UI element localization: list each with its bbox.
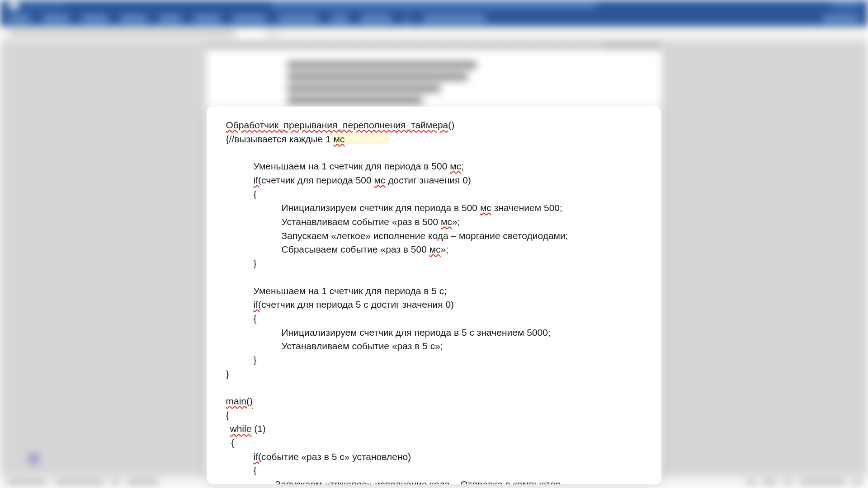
- set-5s: Устанавливаем событие «раз в 5 с»;: [282, 339, 642, 353]
- brace: {: [254, 188, 642, 202]
- if-500: if(счетчик для периода 500 мс достиг зна…: [254, 174, 642, 188]
- handler-declaration: Обработчик_прерывания_переполнения_тайме…: [226, 118, 642, 132]
- init-500: Инициализируем счетчик для периода в 500…: [282, 201, 642, 215]
- main-declaration: main(): [226, 394, 642, 408]
- main-open: {: [226, 408, 642, 422]
- avatar: [27, 452, 41, 465]
- code-content: Обработчик_прерывания_переполнения_тайме…: [207, 107, 661, 484]
- handler-close: }: [226, 367, 642, 381]
- init-5s: Инициализируем счетчик для периода в 5 с…: [282, 326, 642, 340]
- new-tab-button[interactable]: [269, 28, 279, 38]
- document-tabs: [0, 26, 868, 41]
- brace: {: [254, 464, 642, 478]
- ruler: [206, 41, 662, 50]
- window-controls: [832, 3, 859, 7]
- dec-5s: Уменьшаем на 1 счетчик для периода в 5 с…: [254, 284, 642, 298]
- handler-open: {//вызывается каждые 1 мс: [226, 132, 642, 146]
- document-tab[interactable]: [4, 28, 266, 38]
- window-title: [271, 3, 597, 8]
- set-500: Устанавливаем событие «раз в 500 мс»;: [282, 215, 642, 229]
- qat: [25, 4, 66, 8]
- if-event-5s: if(событие «раз в 5 с» установлено): [254, 450, 642, 464]
- word-icon: [9, 2, 19, 9]
- if-5s: if(счетчик для периода 5 с достиг значен…: [254, 298, 642, 312]
- brace: {: [254, 312, 642, 326]
- reset-500: Сбрасываем событие «раз в 500 мс»;: [282, 243, 642, 257]
- brace: }: [254, 257, 642, 271]
- dec-500: Уменьшаем на 1 счетчик для периода в 500…: [254, 160, 642, 174]
- brace: }: [254, 353, 642, 367]
- while-open: {: [231, 436, 642, 450]
- title-bar: [0, 0, 868, 11]
- while: while (1): [230, 422, 642, 436]
- light-exec: Запускаем «легкое» исполнение кода – мор…: [282, 229, 642, 243]
- ribbon: [0, 11, 868, 26]
- heavy-exec-1: Запускаем «тяжелое» исполнение кода – От…: [275, 478, 642, 484]
